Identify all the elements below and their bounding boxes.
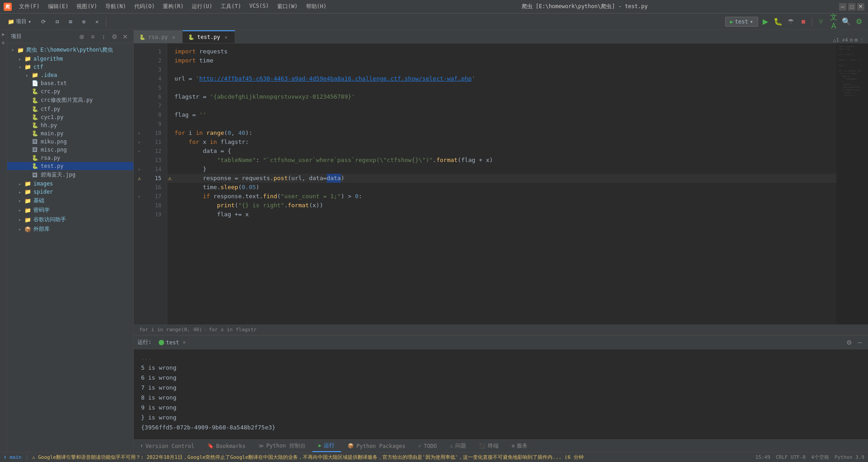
tree-images[interactable]: ▸ 📁 images [7,180,133,188]
tree-external[interactable]: ▸ 📦 外部库 [7,224,133,234]
tree-algorithm[interactable]: ▸ 📁 algorithm [7,55,133,63]
left-tab-1[interactable]: ▶ [2,32,5,37]
menu-code[interactable]: 代码(O) [131,2,159,11]
tree-test-py[interactable]: 🐍 test.py [7,162,133,170]
bottom-tab-run[interactable]: ▶ 运行 [312,440,342,452]
translate-button[interactable]: 文A [828,16,839,27]
menu-view[interactable]: 视图(V) [73,2,101,11]
fold-arrow-14[interactable]: ▾ [138,167,141,172]
tree-spider[interactable]: ▸ 📁 spider [7,188,133,196]
tree-misc-png[interactable]: 🖼 misc.png [7,146,133,154]
run-tab-test[interactable]: test ✕ [155,338,190,348]
ln-12: 12 [145,147,167,156]
tree-idea[interactable]: ▸ 📁 .idea [7,71,133,79]
bottom-tab-bookmarks[interactable]: 🔖 Bookmarks [201,440,252,452]
menu-help[interactable]: 帮助(H) [302,2,330,11]
tree-hh-py[interactable]: 🐍 hh.py [7,121,133,129]
tree-rsa-py[interactable]: 🐍 rsa.py [7,154,133,162]
toolbar-separator-1 [106,17,106,26]
line-numbers: 1 2 3 4 5 6 7 8 9 10 11 12 13 14 15 16 1 [145,43,167,324]
close-button[interactable]: ✕ [857,3,864,10]
link-url[interactable]: http://4ffbaf45-c630-4463-a9ad-4d59e4ba8… [199,75,472,82]
fold-btn[interactable]: ⊟ [850,37,853,43]
tab-rsa[interactable]: 🐍 rsa.py ✕ [134,30,183,43]
sidebar-close-btn[interactable]: ✕ [121,32,130,41]
search-button[interactable]: 🔍 [841,16,852,27]
sidebar-locate-btn[interactable]: ⊕ [77,32,86,41]
status-warnings[interactable]: ⚠ Google翻译引擎和语音朗读功能似乎不可用？: 2022年10月1日，Go… [32,454,584,461]
status-git[interactable]: ⬆ main [4,454,22,460]
tree-ctf[interactable]: ▾ 📁 ctf [7,63,133,71]
toolbar-expand-btn[interactable]: ⊞ [65,17,76,27]
run-button[interactable]: ▶ [760,16,771,27]
tree-cyc1-py[interactable]: 🐍 cyc1.py [7,113,133,121]
version-control-icon: ⬆ [140,443,143,449]
tab-close-test[interactable]: ✕ [223,34,229,40]
fold-arrow-10[interactable]: ▾ [138,131,141,136]
tree-crcfix-py[interactable]: 🐍 crc修改图片宽高.py [7,95,133,105]
menu-window[interactable]: 窗口(W) [274,2,302,11]
run-panel-minimize-btn[interactable]: ─ [855,338,864,347]
bottom-tab-issues[interactable]: ⚠ 问题 [443,440,473,452]
menu-edit[interactable]: 编辑(E) [44,2,72,11]
debug-button[interactable]: 🐛 [773,16,783,27]
menu-file[interactable]: 文件(F) [15,2,43,11]
coverage-button[interactable]: ☂ [785,16,796,27]
fold-arrow-12[interactable]: ▾ [138,149,141,154]
menu-vcs[interactable]: VCS(S) [246,2,273,11]
tree-miku-png[interactable]: 🖼 miku.png [7,138,133,146]
tree-bihaishuitian-jpg[interactable]: 🖼 碧海蓝天.jpg [7,170,133,180]
toolbar-project-btn[interactable]: 📁 项目 ▾ [4,16,35,27]
tree-crc-py[interactable]: 🐍 crc.py [7,87,133,95]
tab-close-rsa[interactable]: ✕ [170,34,177,40]
menu-refactor[interactable]: 重构(R) [159,2,187,11]
bottom-tab-todo[interactable]: ✓ TODO [412,440,444,452]
tree-mima[interactable]: ▸ 📁 密码学 [7,205,133,215]
tree-main-py[interactable]: 🐍 main.py [7,129,133,138]
folder-icon-google: 📁 [24,217,32,223]
tree-root[interactable]: ▾ 📁 爬虫 E:\homework\python\爬虫 [7,45,133,55]
status-indent[interactable]: 4个空格 [811,454,829,461]
toolbar-collapse-btn[interactable]: ⊟ [52,17,63,27]
bottom-tab-python-console[interactable]: ≫ Python 控制台 [252,440,312,452]
menu-tools[interactable]: 工具(T) [217,2,245,11]
menu-run[interactable]: 运行(U) [188,2,216,11]
toolbar-settings-btn[interactable]: ⚙ [78,17,90,27]
tree-google[interactable]: ▸ 📁 谷歌访问助手 [7,215,133,224]
tab-more-btn[interactable]: ⋮ [859,37,864,43]
menu-navigate[interactable]: 导航(N) [102,2,130,11]
bottom-tab-terminal[interactable]: ⬛ 终端 [473,440,505,452]
sidebar-sort-btn[interactable]: ↕ [99,32,108,41]
sidebar-settings-btn[interactable]: ⚙ [110,32,119,41]
sidebar-collapse-btn[interactable]: ≡ [88,32,97,41]
git-button[interactable]: ⑂ [816,16,826,27]
tree-label-external: 外部库 [33,225,50,233]
maximize-button[interactable]: □ [848,3,855,10]
status-encoding[interactable]: CRLF UTF-8 [776,454,806,461]
ln-1: 1 [145,47,167,56]
tab-test[interactable]: 🐍 test.py ✕ [183,30,235,43]
bottom-tab-version-control[interactable]: ⬆ Version Control [134,440,201,452]
fn-print-18: print [217,201,235,210]
run-panel-settings-btn[interactable]: ⚙ [844,338,854,347]
fold-arrow-17[interactable]: ▾ [138,194,141,199]
fold-arrow-11[interactable]: ▾ [138,140,141,145]
code-content[interactable]: import requests import time url = 'http:… [167,43,836,324]
status-python-version[interactable]: Python 3.9 [835,454,864,461]
tree-jichu[interactable]: ▸ 📁 基础 [7,196,133,205]
bottom-tab-python-packages[interactable]: 📦 Python Packages [341,440,412,452]
chevron-down-icon-2: ▾ [750,19,753,25]
tree-base-txt[interactable]: 📄 base.txt [7,79,133,87]
stop-button[interactable]: ■ [798,16,809,27]
tree-ctf-py[interactable]: 🐍 ctf.py [7,105,133,113]
unfold-btn[interactable]: ⊞ [854,37,858,43]
file-icon-misc: 🖼 [31,147,39,153]
run-tab-close[interactable]: ✕ [183,339,186,345]
settings-button[interactable]: ⚙ [854,16,864,27]
toolbar-hide-btn[interactable]: ✕ [91,17,103,27]
left-tab-2[interactable]: ⚙ [2,40,5,45]
minimize-button[interactable]: ─ [839,3,846,10]
bottom-tab-services[interactable]: ⚙ 服务 [505,440,535,452]
run-config-selector[interactable]: ▶ test ▾ [725,17,758,27]
toolbar-sync-btn[interactable]: ⟳ [37,17,50,27]
